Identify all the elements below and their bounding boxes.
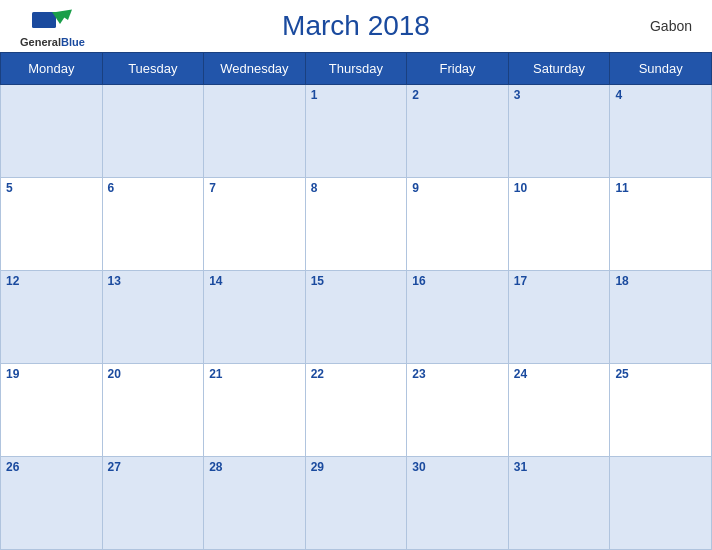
- day-number-24: 24: [514, 367, 527, 381]
- day-cell-28: 28: [204, 457, 306, 550]
- day-cell-15: 15: [305, 271, 407, 364]
- day-cell-13: 13: [102, 271, 204, 364]
- day-cell-14: 14: [204, 271, 306, 364]
- day-cell-24: 24: [508, 364, 610, 457]
- day-cell-12: 12: [1, 271, 103, 364]
- svg-rect-0: [32, 12, 56, 28]
- calendar-tbody: 1234567891011121314151617181920212223242…: [1, 85, 712, 550]
- day-cell-17: 17: [508, 271, 610, 364]
- day-number-21: 21: [209, 367, 222, 381]
- calendar-header: General Blue March 2018 Gabon: [0, 0, 712, 52]
- weekday-header-sunday: Sunday: [610, 53, 712, 85]
- day-cell-19: 19: [1, 364, 103, 457]
- week-row-2: 567891011: [1, 178, 712, 271]
- day-number-27: 27: [108, 460, 121, 474]
- weekday-header-tuesday: Tuesday: [102, 53, 204, 85]
- calendar-title: March 2018: [282, 10, 430, 42]
- day-number-10: 10: [514, 181, 527, 195]
- day-cell-5: 5: [1, 178, 103, 271]
- day-number-4: 4: [615, 88, 622, 102]
- day-cell-7: 7: [204, 178, 306, 271]
- day-number-31: 31: [514, 460, 527, 474]
- day-cell-27: 27: [102, 457, 204, 550]
- day-cell-2: 2: [407, 85, 509, 178]
- day-number-19: 19: [6, 367, 19, 381]
- day-number-30: 30: [412, 460, 425, 474]
- day-cell-26: 26: [1, 457, 103, 550]
- day-number-25: 25: [615, 367, 628, 381]
- day-number-3: 3: [514, 88, 521, 102]
- day-cell-22: 22: [305, 364, 407, 457]
- weekday-header-row: MondayTuesdayWednesdayThursdayFridaySatu…: [1, 53, 712, 85]
- day-number-8: 8: [311, 181, 318, 195]
- day-cell-9: 9: [407, 178, 509, 271]
- day-cell-25: 25: [610, 364, 712, 457]
- day-number-11: 11: [615, 181, 628, 195]
- day-cell-4: 4: [610, 85, 712, 178]
- day-cell-8: 8: [305, 178, 407, 271]
- day-cell-3: 3: [508, 85, 610, 178]
- day-cell-1: 1: [305, 85, 407, 178]
- day-number-1: 1: [311, 88, 318, 102]
- day-cell-20: 20: [102, 364, 204, 457]
- empty-day-cell: [204, 85, 306, 178]
- weekday-header-monday: Monday: [1, 53, 103, 85]
- day-number-17: 17: [514, 274, 527, 288]
- calendar-table: MondayTuesdayWednesdayThursdayFridaySatu…: [0, 52, 712, 550]
- empty-day-cell: [1, 85, 103, 178]
- day-cell-18: 18: [610, 271, 712, 364]
- day-number-7: 7: [209, 181, 216, 195]
- day-cell-10: 10: [508, 178, 610, 271]
- day-cell-29: 29: [305, 457, 407, 550]
- weekday-header-saturday: Saturday: [508, 53, 610, 85]
- day-cell-6: 6: [102, 178, 204, 271]
- day-number-20: 20: [108, 367, 121, 381]
- day-cell-11: 11: [610, 178, 712, 271]
- day-cell-23: 23: [407, 364, 509, 457]
- week-row-3: 12131415161718: [1, 271, 712, 364]
- day-number-29: 29: [311, 460, 324, 474]
- day-number-28: 28: [209, 460, 222, 474]
- day-number-14: 14: [209, 274, 222, 288]
- week-row-4: 19202122232425: [1, 364, 712, 457]
- day-cell-21: 21: [204, 364, 306, 457]
- day-number-5: 5: [6, 181, 13, 195]
- day-number-9: 9: [412, 181, 419, 195]
- generalblue-logo-icon: [32, 8, 72, 36]
- day-number-26: 26: [6, 460, 19, 474]
- week-row-5: 262728293031: [1, 457, 712, 550]
- logo-area: General Blue: [20, 8, 85, 48]
- day-number-15: 15: [311, 274, 324, 288]
- day-number-16: 16: [412, 274, 425, 288]
- day-cell-16: 16: [407, 271, 509, 364]
- day-cell-31: 31: [508, 457, 610, 550]
- day-cell-30: 30: [407, 457, 509, 550]
- day-number-12: 12: [6, 274, 19, 288]
- empty-day-cell: [102, 85, 204, 178]
- weekday-header-wednesday: Wednesday: [204, 53, 306, 85]
- day-number-6: 6: [108, 181, 115, 195]
- day-number-18: 18: [615, 274, 628, 288]
- logo-text-general: General: [20, 36, 61, 48]
- week-row-1: 1234: [1, 85, 712, 178]
- calendar-container: General Blue March 2018 Gabon MondayTues…: [0, 0, 712, 550]
- country-label: Gabon: [650, 18, 692, 34]
- day-number-22: 22: [311, 367, 324, 381]
- day-number-23: 23: [412, 367, 425, 381]
- calendar-thead: MondayTuesdayWednesdayThursdayFridaySatu…: [1, 53, 712, 85]
- weekday-header-thursday: Thursday: [305, 53, 407, 85]
- day-number-2: 2: [412, 88, 419, 102]
- weekday-header-friday: Friday: [407, 53, 509, 85]
- day-number-13: 13: [108, 274, 121, 288]
- logo-text-blue: Blue: [61, 36, 85, 48]
- empty-day-cell: [610, 457, 712, 550]
